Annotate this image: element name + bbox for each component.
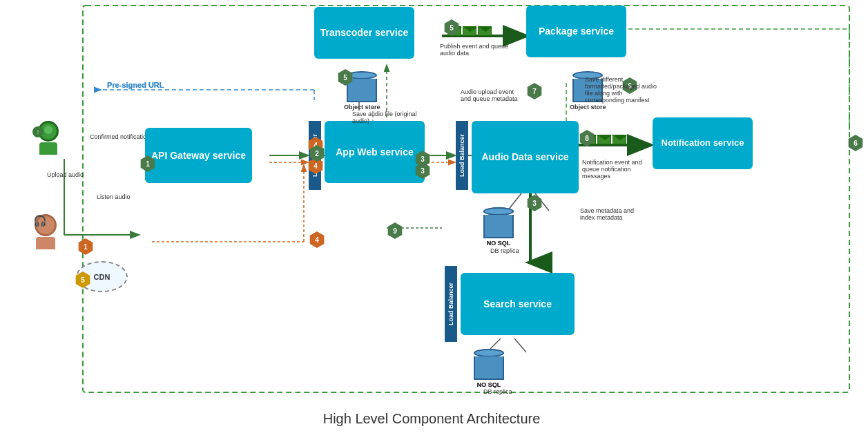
- step-badge-1b: 1: [77, 238, 94, 255]
- db-replica-2-label: DB replica: [483, 388, 512, 395]
- notification-service: Notification service: [653, 117, 753, 169]
- save-audio-label: Save audio file (original audio): [352, 111, 421, 124]
- audio-upload-label: Audio upload event and queue metadata: [461, 88, 523, 102]
- publish-event-label: Publish event and queue audio data: [440, 43, 523, 57]
- upload-audio-label: Upload audio: [47, 171, 84, 178]
- step-badge-7: 7: [526, 83, 543, 99]
- load-balancer-2: Load Balancer: [456, 121, 468, 190]
- confirmed-notification-label: Confirmed notification: [90, 133, 150, 140]
- presigned-url-text: Pre-signed URL: [107, 81, 164, 89]
- svg-line-26: [514, 338, 526, 352]
- step-badge-9: 9: [387, 222, 403, 239]
- audio-data-service: Audio Data service: [472, 121, 579, 193]
- arrows-overlay: [0, 0, 868, 440]
- architecture-diagram: Pre-signed URL Pre-signed URL ↑ 🎧 Upload…: [0, 0, 868, 440]
- db-replica-1-label: DB replica: [490, 247, 519, 254]
- package-service: Package service: [526, 6, 626, 57]
- uploader-user-icon: ↑: [38, 121, 59, 155]
- save-metadata-label: Save metadata and index metadata: [580, 207, 646, 221]
- load-balancer-3: Load Balancer: [445, 266, 457, 342]
- step-badge-6b: 6: [847, 135, 864, 151]
- api-gateway-service: API Gateway service: [145, 128, 252, 183]
- listener-user-icon: 🎧: [35, 214, 57, 249]
- app-web-service: App Web service: [325, 121, 425, 183]
- step-badge-4c: 4: [309, 231, 325, 248]
- save-different-label: Save different formatted/packaged audio …: [585, 76, 661, 104]
- transcoder-service: Transcoder service: [314, 7, 414, 59]
- listen-audio-label: Listen audio: [97, 193, 131, 200]
- notification-event-label: Notification event and queue notificatio…: [582, 159, 651, 180]
- diagram-title: High Level Component Architecture: [242, 411, 621, 427]
- step-badge-3a: 3: [526, 195, 543, 211]
- search-service: Search service: [461, 273, 575, 335]
